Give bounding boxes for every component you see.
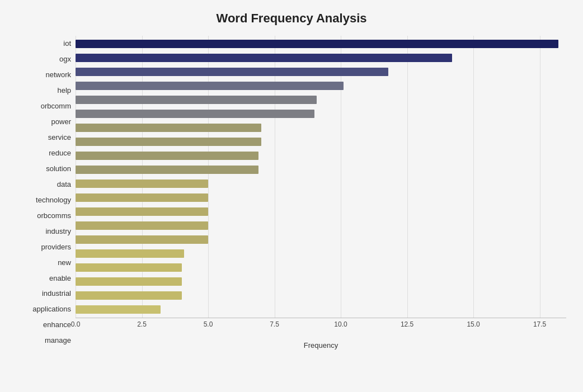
x-axis-label: Frequency [76,341,566,350]
y-label: industry [45,228,71,235]
y-label: enable [49,275,71,282]
bar [76,221,208,230]
y-label: manage [45,337,71,344]
chart-area: iotogxnetworkhelporbcommpowerserviceredu… [17,36,566,350]
x-tick: 15.0 [467,320,479,328]
chart-title: Word Frequency Analysis [17,11,566,26]
bar [76,152,258,160]
bar [76,305,161,314]
y-label: network [45,71,71,78]
x-tick: 0.0 [71,320,81,328]
x-tick: 5.0 [204,320,213,328]
bars-and-xaxis: 0.02.55.07.510.012.515.017.5 Frequency [76,36,566,350]
chart-container: Word Frequency Analysis iotogxnetworkhel… [0,0,583,392]
bar [76,54,452,62]
y-label: power [51,118,71,125]
bar-row [76,289,566,303]
bar-row [76,275,566,289]
bar [76,263,182,272]
bar-row [76,163,566,177]
bar [76,249,184,258]
bar [76,110,314,118]
bar-row [76,191,566,205]
bar [76,96,317,104]
bars-inner [76,36,566,318]
bar-row [76,177,566,191]
x-axis: 0.02.55.07.510.012.515.017.5 [76,318,566,340]
y-labels: iotogxnetworkhelporbcommpowerserviceredu… [17,36,76,350]
x-tick: 7.5 [270,320,279,328]
x-tick: 2.5 [137,320,147,328]
bar-row [76,261,566,275]
y-label: solution [46,165,71,172]
bars-area [76,36,566,318]
bar-row [76,107,566,121]
bar [76,166,258,174]
bar-row [76,65,566,79]
bar-row [76,149,566,163]
y-label: iot [63,40,71,47]
bar-row [76,79,566,93]
bar [76,193,208,202]
y-label: help [57,87,71,94]
y-label: reduce [49,149,71,157]
x-tick: 17.5 [533,320,546,328]
y-label: ogx [59,55,71,63]
y-label: providers [41,243,71,251]
y-label: orbcomms [37,212,71,219]
bar-row [76,93,566,107]
bar-row [76,37,566,51]
y-label: applications [32,305,71,313]
bar-row [76,247,566,261]
bar [76,291,182,300]
bar [76,68,388,76]
y-label: service [48,134,71,141]
bar-row [76,303,566,317]
bar [76,40,558,48]
bar-row [76,135,566,149]
y-label: enhance [43,321,71,328]
y-label: technology [36,196,71,204]
y-label: industrial [42,290,71,297]
x-tick: 12.5 [401,320,413,328]
y-label: data [57,181,71,188]
bar [76,207,208,216]
bar-row [76,233,566,247]
bar-row [76,51,566,65]
x-tick: 10.0 [334,320,347,328]
bar [76,82,344,90]
y-label: orbcomm [41,102,71,110]
bar [76,235,208,244]
bar-row [76,219,566,233]
bar [76,124,261,132]
y-label: new [58,259,71,266]
bar [76,138,261,146]
bar-row [76,121,566,135]
bar [76,277,182,286]
bar [76,180,208,188]
bar-row [76,205,566,219]
